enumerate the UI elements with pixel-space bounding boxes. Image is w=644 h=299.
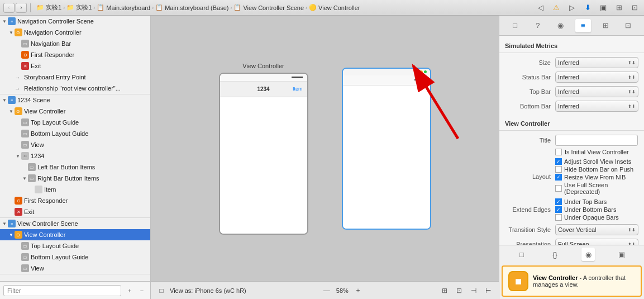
presentation-value: Full Screen xyxy=(558,241,589,245)
triangle-icon: ▼ xyxy=(22,176,27,181)
layout-icon[interactable]: ⊞ xyxy=(613,2,625,13)
vc-info-bar: ■ View Controller - A controller that ma… xyxy=(502,265,642,297)
relationship-item[interactable]: → Relationship "root view controller"... xyxy=(0,83,150,94)
tab-attributes[interactable]: ≡ xyxy=(575,19,591,32)
status-bar-dropdown[interactable]: Inferred ⬆⬇ xyxy=(555,72,638,83)
bottom-bar-dropdown-btn[interactable]: Inferred ⬆⬇ xyxy=(555,101,638,112)
under-top-checkbox[interactable]: ✓ xyxy=(555,198,562,205)
forward-button[interactable]: › xyxy=(16,3,27,13)
tab-file[interactable]: □ xyxy=(507,19,523,32)
bottom-tab-file[interactable]: □ xyxy=(515,248,528,261)
storyboard-entry-item[interactable]: → Storyboard Entry Point xyxy=(0,72,150,83)
scene-1234-header[interactable]: ▼ ≡ 1234 Scene xyxy=(0,94,150,106)
transition-style-dropdown-btn[interactable]: Cover Vertical ⬆⬇ xyxy=(555,224,638,235)
warning-icon[interactable]: ◁ xyxy=(535,2,547,13)
bottom-bar-dropdown[interactable]: Inferred ⬆⬇ xyxy=(555,101,638,112)
transition-style-dropdown[interactable]: Cover Vertical ⬆⬇ xyxy=(555,224,638,235)
zoom-in-button[interactable]: + xyxy=(352,285,364,296)
nav-controller-item[interactable]: ▼ ⊙ Navigation Controller xyxy=(0,27,150,38)
zoom-out-button[interactable]: — xyxy=(321,285,333,296)
presentation-dropdown-btn[interactable]: Full Screen ⬆⬇ xyxy=(555,239,638,245)
filter-input[interactable] xyxy=(3,285,121,296)
size-dropdown-btn[interactable]: Inferred ⬆⬇ xyxy=(555,57,638,68)
hide-bottom-checkbox[interactable] xyxy=(555,166,562,173)
first-responder-item[interactable]: ⊙ First Responder xyxy=(0,49,150,60)
vc-1234-item[interactable]: ▼ ⊙ View Controller xyxy=(0,106,150,117)
vc-scene-header[interactable]: ▼ ≡ View Controller Scene xyxy=(0,218,150,229)
breadcrumb-item-5[interactable]: 📋 View Controller Scene xyxy=(233,4,304,11)
nav-scene-label: Navigation Controller Scene xyxy=(17,18,94,25)
status-bar-dropdown-btn[interactable]: Inferred ⬆⬇ xyxy=(555,72,638,83)
exit-1234-item[interactable]: ✕ Exit xyxy=(0,206,150,217)
resize-nib-checkbox[interactable]: ✓ xyxy=(555,174,562,181)
right-bar-btn-label: Right Bar Button Items xyxy=(37,175,99,182)
left-bar-btn-item[interactable]: ▭ Left Bar Button Items xyxy=(0,162,150,173)
top-layout-1234-item[interactable]: ▭ Top Layout Guide xyxy=(0,117,150,128)
view-toggle-icon[interactable]: □ xyxy=(155,285,168,296)
nav-title: 1234 xyxy=(257,86,269,92)
nav-phone-container: View Controller 1234 Item xyxy=(219,63,308,235)
item-item[interactable]: Item xyxy=(0,184,150,195)
adjust-scroll-checkbox[interactable]: ✓ xyxy=(555,158,562,165)
breadcrumb-item-1[interactable]: 📁 实验1 xyxy=(36,3,61,12)
grid-icon[interactable]: ▣ xyxy=(597,2,609,13)
view-vc-item[interactable]: ▭ View xyxy=(0,263,150,274)
vc-phone-content xyxy=(343,86,430,229)
canvas-btn-2[interactable]: ⊡ xyxy=(453,285,465,296)
view-1234-item[interactable]: ▭ View xyxy=(0,139,150,150)
add-item-button[interactable]: + xyxy=(125,286,135,296)
vc-item[interactable]: ▼ ⊙ View Controller xyxy=(0,229,150,240)
breadcrumb-label-1: 实验1 xyxy=(46,3,61,12)
vc-title-input[interactable] xyxy=(555,135,638,146)
is-initial-checkbox[interactable] xyxy=(555,149,562,155)
breadcrumb-item-6[interactable]: 🟡 View Controller xyxy=(309,4,360,11)
canvas-btn-1[interactable]: ⊞ xyxy=(438,285,451,296)
under-bottom-checkbox[interactable]: ✓ xyxy=(555,206,562,213)
presentation-dropdown[interactable]: Full Screen ⬆⬇ xyxy=(555,239,638,245)
tab-connections[interactable]: ⊡ xyxy=(621,19,636,32)
bottom-layout-1234-item[interactable]: ▭ Bottom Layout Guide xyxy=(0,128,150,139)
canvas-btn-3[interactable]: ⊣ xyxy=(468,285,480,296)
breadcrumb-item-2[interactable]: 📁 实验1 xyxy=(66,3,92,12)
1234-nav-item[interactable]: ▼ ‹› 1234 xyxy=(0,150,150,162)
inspector-icon[interactable]: ⊡ xyxy=(628,2,641,13)
size-label: Size xyxy=(505,59,555,66)
download-icon[interactable]: ⬇ xyxy=(581,2,594,13)
tab-size[interactable]: ⊞ xyxy=(598,19,613,32)
top-layout-vc-item[interactable]: ▭ Top Layout Guide xyxy=(0,240,150,251)
tab-identity[interactable]: ◉ xyxy=(552,19,568,32)
tab-quick-help[interactable]: ? xyxy=(530,19,546,32)
breadcrumb-item-3[interactable]: 📋 Main.storyboard xyxy=(97,4,150,11)
size-dropdown[interactable]: Inferred ⬆⬇ xyxy=(555,57,638,68)
breadcrumb-item-4[interactable]: 📋 Main.storyboard (Base) xyxy=(155,4,228,11)
bottom-tab-media[interactable]: ▣ xyxy=(615,248,628,261)
top-bar: ‹ › 📁 实验1 › 📁 实验1 › 📋 Main.storyboard › … xyxy=(0,0,644,16)
under-opaque-checkbox[interactable] xyxy=(555,214,562,221)
run-icon[interactable]: ▷ xyxy=(566,2,578,13)
bottom-layout-vc-item[interactable]: ▭ Bottom Layout Guide xyxy=(0,251,150,263)
bottom-tab-code[interactable]: {} xyxy=(548,248,562,261)
alert-icon[interactable]: ⚠ xyxy=(550,2,562,13)
extend-edges-checkboxes: ✓ Under Top Bars ✓ Under Bottom Bars Und… xyxy=(555,198,619,221)
exit-item[interactable]: ✕ Exit xyxy=(0,60,150,72)
bottom-tab-object[interactable]: ◉ xyxy=(581,248,595,261)
top-layout-vc-icon: ▭ xyxy=(21,242,29,250)
top-bar-dropdown[interactable]: Inferred ⬆⬇ xyxy=(555,86,638,97)
nav-bar-item[interactable]: ▭ Navigation Bar xyxy=(0,38,150,49)
first-resp-1234-item[interactable]: ⊙ First Responder xyxy=(0,195,150,206)
item-label: Item xyxy=(44,186,56,193)
bottom-bar-label: Bottom Bar xyxy=(505,103,555,110)
canvas-btn-4[interactable]: ⊢ xyxy=(482,285,494,296)
remove-item-button[interactable]: − xyxy=(137,286,147,296)
section-nav-header[interactable]: ▼ ≡ Navigation Controller Scene xyxy=(0,16,150,27)
section-navigation-controller: ▼ ≡ Navigation Controller Scene ▼ ⊙ Navi… xyxy=(0,16,150,94)
back-button[interactable]: ‹ xyxy=(3,3,15,13)
bottom-tabs: □ {} ◉ ▣ xyxy=(499,245,644,263)
triangle-icon: ▼ xyxy=(2,221,7,226)
right-bar-btn-item[interactable]: ▼ ▭ Right Bar Button Items xyxy=(0,173,150,184)
use-fullscreen-checkbox[interactable] xyxy=(555,185,562,192)
top-bar-dropdown-btn[interactable]: Inferred ⬆⬇ xyxy=(555,86,638,97)
main-layout: ▼ ≡ Navigation Controller Scene ▼ ⊙ Navi… xyxy=(0,16,644,299)
under-top-row: ✓ Under Top Bars xyxy=(555,198,619,205)
first-responder-icon: ⊙ xyxy=(21,51,29,59)
